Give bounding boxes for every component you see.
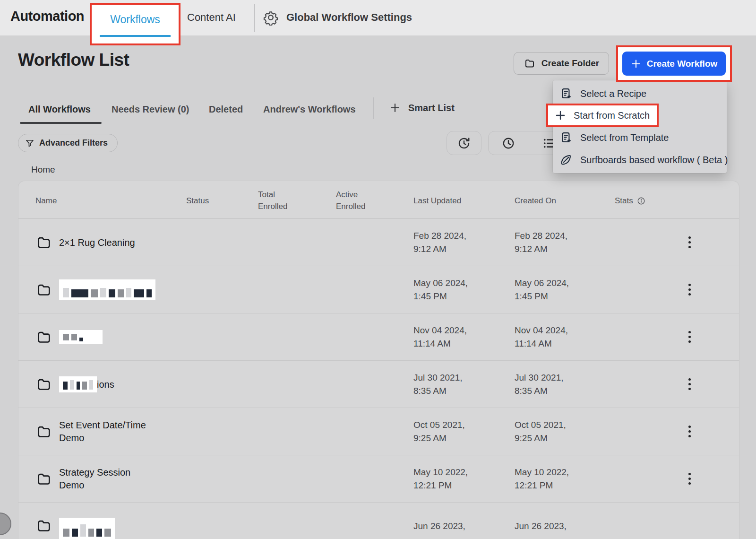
table-row[interactable]: 2×1 Rug Cleaning Feb 28 2024,9:12 AM Feb…: [18, 219, 739, 266]
workflow-name[interactable]: 2×1 Rug Cleaning: [59, 236, 135, 249]
page-title: Workflow List: [18, 50, 129, 70]
plus-icon: [389, 102, 401, 113]
global-workflow-settings[interactable]: Global Workflow Settings: [263, 9, 412, 26]
column-header-last-updated: Last Updated: [413, 195, 461, 207]
advanced-filters-button[interactable]: Advanced Filters: [18, 134, 118, 152]
table-row[interactable]: May 06 2024,1:45 PM May 06 2024,1:45 PM: [18, 266, 739, 313]
table-header-row: Name Status Total Enrolled Active Enroll…: [18, 181, 739, 219]
last-updated-cell: Nov 04 2024,11:14 AM: [413, 324, 467, 350]
column-header-name: Name: [35, 195, 57, 207]
create-folder-label: Create Folder: [541, 58, 599, 69]
workflow-table: Name Status Total Enrolled Active Enroll…: [18, 181, 739, 539]
global-workflow-settings-label: Global Workflow Settings: [286, 11, 412, 24]
clock-icon: [501, 136, 515, 150]
redacted-workflow-name: [59, 518, 115, 539]
tab-content-ai[interactable]: Content AI: [187, 11, 236, 24]
menu-item-label: Select a Recipe: [580, 88, 646, 99]
row-actions-button[interactable]: [680, 469, 699, 489]
last-updated-cell: Oct 05 2021,9:25 AM: [413, 418, 465, 445]
column-header-active-enrolled: Active Enrolled: [336, 189, 378, 212]
floating-widget-button[interactable]: [0, 513, 11, 535]
last-updated-cell: May 06 2024,1:45 PM: [413, 277, 468, 303]
created-on-cell: Feb 28 2024,9:12 AM: [515, 229, 567, 256]
menu-item-select-a-recipe[interactable]: Select a Recipe: [559, 87, 646, 100]
topbar-divider: [254, 4, 255, 32]
row-actions-button[interactable]: [680, 279, 699, 300]
recipe-icon: [559, 87, 573, 100]
row-actions-button[interactable]: [680, 232, 699, 253]
workflow-name[interactable]: Strategy Session Demo: [59, 466, 139, 492]
created-on-cell: Jul 30 2021,8:35 AM: [515, 371, 564, 398]
last-updated-cell: May 10 2022,12:21 PM: [413, 466, 468, 492]
gear-icon: [263, 9, 279, 26]
app-title: Automation: [10, 9, 84, 24]
smart-list-label: Smart List: [408, 103, 455, 113]
menu-item-label: Start from Scratch: [574, 110, 650, 121]
folder-icon: [524, 58, 536, 69]
table-row[interactable]: ions Jul 30 2021,8:35 AM Jul 30 2021,8:3…: [18, 361, 739, 408]
workflow-name-suffix: ions: [97, 379, 114, 390]
filter-tabs-divider: [373, 97, 374, 119]
table-row[interactable]: Jun 26 2023, Jun 26 2023,: [18, 503, 739, 539]
last-updated-cell: Jul 30 2021,8:35 AM: [413, 371, 463, 398]
folder-icon: [35, 235, 52, 251]
plus-icon: [631, 59, 641, 69]
last-updated-cell: Jun 26 2023,: [413, 520, 465, 533]
info-icon[interactable]: [637, 197, 645, 205]
tab-andrews-workflows[interactable]: Andrew's Workflows: [263, 104, 356, 115]
annotation-box-workflows: Workflows: [90, 3, 180, 45]
advanced-filters-label: Advanced Filters: [39, 138, 108, 148]
folder-icon: [35, 329, 52, 345]
folder-icon: [35, 376, 52, 392]
created-on-cell: May 10 2022,12:21 PM: [515, 466, 569, 492]
history-icon: [457, 136, 471, 150]
redacted-workflow-name: [59, 376, 97, 392]
template-icon: [559, 131, 573, 144]
row-actions-button[interactable]: [680, 327, 699, 348]
surfboard-icon: [559, 153, 573, 166]
table-row[interactable]: Nov 04 2024,11:14 AM Nov 04 2024,11:14 A…: [18, 313, 739, 361]
plus-icon: [554, 109, 567, 122]
last-updated-cell: Feb 28 2024,9:12 AM: [413, 229, 466, 256]
tab-deleted[interactable]: Deleted: [209, 104, 243, 115]
menu-item-start-from-scratch[interactable]: Start from Scratch: [546, 104, 659, 127]
menu-item-select-from-template[interactable]: Select from Template: [559, 131, 669, 144]
created-on-cell: May 06 2024,1:45 PM: [515, 277, 569, 303]
created-on-cell: Nov 04 2024,11:14 AM: [515, 324, 568, 350]
folder-icon: [35, 471, 52, 487]
column-header-created-on: Created On: [515, 195, 556, 207]
create-workflow-label: Create Workflow: [647, 59, 718, 69]
folder-icon: [35, 282, 52, 298]
column-header-stats: Stats: [615, 195, 645, 207]
redacted-workflow-name: [59, 279, 155, 300]
annotation-box-create-workflow: Create Workflow: [616, 45, 732, 82]
active-filter-tab-underline: [20, 122, 102, 124]
clock-view-button[interactable]: [489, 131, 529, 155]
workflow-name[interactable]: Set Event Date/Time Demo: [59, 419, 159, 444]
filter-funnel-icon: [25, 139, 34, 148]
menu-item-surfboards-workflow[interactable]: Surfboards based workflow ( Beta ): [559, 153, 728, 166]
table-row[interactable]: Strategy Session Demo May 10 2022,12:21 …: [18, 455, 739, 503]
created-on-cell: Jun 26 2023,: [515, 520, 567, 533]
create-workflow-button[interactable]: Create Workflow: [622, 52, 726, 76]
active-tab-underline: [100, 35, 171, 37]
create-folder-button[interactable]: Create Folder: [514, 52, 609, 75]
stats-label: Stats: [615, 195, 633, 207]
column-header-total-enrolled: Total Enrolled: [258, 189, 301, 212]
folder-icon: [35, 424, 52, 440]
tab-needs-review[interactable]: Needs Review (0): [112, 104, 189, 115]
tab-workflows[interactable]: Workflows: [92, 13, 179, 26]
table-row[interactable]: Set Event Date/Time Demo Oct 05 2021,9:2…: [18, 408, 739, 455]
folder-icon: [35, 518, 52, 534]
history-view-button[interactable]: [447, 131, 481, 155]
smart-list-button[interactable]: Smart List: [389, 102, 455, 113]
menu-item-label: Select from Template: [580, 132, 669, 143]
row-actions-button[interactable]: [680, 374, 699, 395]
tab-all-workflows[interactable]: All Workflows: [28, 104, 91, 115]
redacted-workflow-name: [59, 330, 103, 344]
breadcrumb[interactable]: Home: [31, 165, 55, 175]
column-header-status: Status: [186, 195, 209, 207]
menu-item-label: Surfboards based workflow ( Beta ): [580, 155, 728, 165]
row-actions-button[interactable]: [680, 421, 699, 442]
created-on-cell: Oct 05 2021,9:25 AM: [515, 418, 566, 445]
